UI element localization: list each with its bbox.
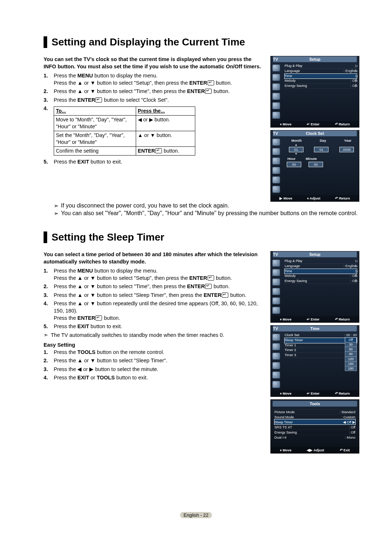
section-title: Setting and Displaying the Current Time [44, 36, 359, 48]
enter-icon [155, 148, 162, 153]
enter-label: ENTER [189, 80, 207, 86]
menu-label: MENU [77, 268, 93, 274]
return-hint: ↶ Return [335, 122, 350, 126]
enter-icon [222, 293, 228, 298]
enter-label: ENTER [189, 275, 207, 281]
drop-item: 150 [345, 361, 357, 366]
step-body: Press the ▲ or ▼ button to select "Time"… [54, 88, 262, 95]
osd-icon [272, 138, 280, 146]
note-text: The TV automatically switches to standby… [51, 332, 262, 339]
osd-title: Setup [273, 251, 357, 257]
txt: Press the [54, 375, 77, 380]
osd-icon [272, 93, 280, 100]
tools-row: Dual I-II: Mono [274, 435, 355, 440]
osd-icon [272, 186, 280, 193]
step-5: 5. Press the EXIT button to exit. [44, 323, 262, 330]
month-col: ▲01▼ [289, 144, 303, 156]
osd-icon [272, 167, 280, 174]
osd-row: Melody: Off▷ [285, 78, 357, 84]
step-body: Press the EXIT or TOOLS button to exit. [54, 374, 262, 382]
instruction-text: You can set the TV's clock so that the c… [44, 56, 262, 202]
clock-area: Month Day Year ▲01▼ 01 2008 Hour [284, 136, 359, 195]
table-row: Confirm the setting ENTER button. [54, 146, 195, 155]
intro-text: You can select a time period of between … [44, 251, 262, 265]
enter-hint: ↵ Enter [307, 122, 319, 126]
easy-step-2: 2. Press the ▲ or ▼ button to select "Sl… [44, 357, 262, 364]
txt: Press the [54, 73, 77, 78]
menu-label: MENU [77, 73, 93, 78]
th-to: To... [54, 107, 136, 116]
osd-icon [272, 148, 280, 155]
osd-setup-menu: TV Setup Plug & Play▷ [270, 56, 359, 128]
osd-setup-menu-2: TV Setup Plug & Play▷ [270, 251, 359, 323]
drop-item: 30 [345, 342, 357, 347]
txt: Press the ▲ or ▼ button to select "Time"… [54, 283, 187, 289]
cell: ▲ or ▼ button. [136, 131, 195, 147]
cell: ◀ or ▶ button. [136, 116, 195, 131]
enter-label: ENTER [187, 283, 205, 289]
enter-label: ENTER [77, 97, 95, 103]
step-body: Press the EXIT button to exit. [54, 158, 262, 166]
minute-val: 00 [309, 162, 323, 167]
enter-icon [208, 275, 214, 281]
txt: button. [212, 88, 229, 94]
easy-step-1: 1. Press the TOOLS button on the remote … [44, 349, 262, 356]
hour-val: 00 [287, 162, 301, 167]
move-hint: ▶ Move [279, 196, 292, 200]
tools-row: Picture Mode: Standard [274, 409, 355, 414]
adjust-hint: ◀▶ Adjust [307, 448, 324, 452]
step-number: 2. [44, 283, 54, 290]
step-number: 2. [44, 357, 54, 364]
year-val: 2008 [339, 147, 354, 152]
osd-title: Setup [273, 56, 357, 62]
tools-row-selected: Sleep Timer◀Off▶ [274, 419, 355, 424]
enter-label: ENTER [187, 88, 205, 94]
note-text: You can also set "Year", "Month", "Day",… [61, 210, 359, 217]
txt: button. [212, 283, 229, 289]
enter-icon [95, 315, 102, 321]
th-press: Press the... [136, 107, 195, 116]
osd-row: Language: English▷ [285, 264, 357, 269]
instruction-text: You can select a time period of between … [44, 251, 262, 454]
note-2: ➣ You can also set "Year", "Month", "Day… [54, 210, 359, 217]
osd-time-menu: TV Time Clock Set: 00 : 00 [270, 325, 359, 397]
cell: Confirm the setting [54, 146, 136, 155]
step-number: 5. [44, 323, 54, 330]
step-number: 3. [44, 292, 54, 299]
step-body: Press the MENU button to display the men… [54, 267, 262, 282]
exit-label: EXIT [77, 323, 89, 329]
osd-menu-list: Plug & Play▷ Language: English▷ Time▷ Me… [284, 62, 359, 121]
note-icon: ➣ [44, 332, 51, 339]
osd-icon [272, 297, 280, 305]
osd-tv-label: TV [273, 57, 278, 61]
osd-row: Plug & Play▷ [285, 64, 357, 69]
osd-time-list: Clock Set: 00 : 00 Sleep Timer Timer 1: … [284, 331, 359, 390]
tools-row: Energy Saving: Off [274, 430, 355, 435]
osd-footer: ♦ Move ↵ Enter ↶ Return [271, 390, 359, 396]
osd-row: Plug & Play▷ [285, 259, 357, 264]
section-setting-current-time: Setting and Displaying the Current Time … [44, 36, 359, 217]
osd-row-selected: Time▷ [285, 269, 357, 274]
enter-icon [208, 80, 214, 85]
txt: button. [102, 315, 120, 321]
txt: or [89, 375, 97, 380]
action-table: To... Press the... Move to "Month", "Day… [54, 106, 195, 155]
move-hint: ♦ Move [280, 391, 291, 395]
section-body: You can select a time period of between … [44, 251, 359, 454]
drop-item: 90 [345, 351, 357, 356]
easy-step-4: 4. Press the EXIT or TOOLS button to exi… [44, 374, 262, 382]
tools-label: TOOLS [97, 375, 115, 380]
osd-icon [272, 371, 280, 379]
osd-tv-label: TV [273, 131, 278, 136]
note: ➣ The TV automatically switches to stand… [44, 332, 262, 339]
step-number: 5. [44, 158, 54, 166]
cell: Move to "Month", "Day", "Year", "Hour" o… [54, 116, 136, 131]
osd-icon [272, 307, 280, 314]
osd-left-icons [271, 62, 284, 121]
txt: button to exit. [89, 159, 122, 165]
osd-icon [272, 343, 280, 350]
txt: Press the [54, 323, 77, 329]
cell: ENTER button. [136, 146, 195, 155]
step-body: Press the EXIT button to exit. [54, 323, 262, 330]
tools-title: Tools [273, 401, 357, 407]
